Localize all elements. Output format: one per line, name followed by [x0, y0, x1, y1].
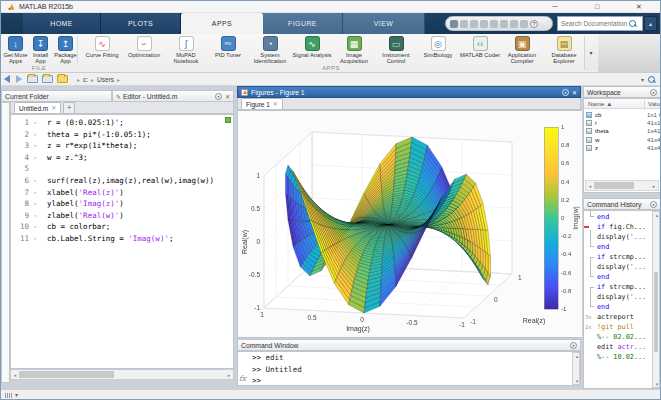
workspace-row-theta[interactable]: theta1x41 d — [584, 127, 660, 135]
editor-line-4[interactable]: 4-w = z.^3; — [11, 152, 233, 164]
breadcrumb-segment[interactable]: c: — [83, 76, 88, 83]
editor-hscroll-thumb[interactable] — [19, 371, 114, 378]
redo-icon[interactable] — [510, 20, 518, 28]
figure-tab[interactable]: Figure 1 ✕ — [241, 98, 283, 109]
app-matlab-coder[interactable]: ‹›MATLAB Coder — [459, 36, 501, 65]
workspace-row-r[interactable]: r41x1 d — [584, 119, 660, 127]
figure-tab-close-icon[interactable]: ✕ — [273, 99, 278, 109]
history-item[interactable]: %-- 10.02... — [584, 352, 652, 362]
app-image-acquisition[interactable]: ▦Image Acquisition — [333, 36, 375, 65]
command-window-header[interactable]: Command Window ▾ — [237, 339, 581, 351]
up-folder-icon[interactable] — [27, 75, 38, 83]
editor-actions-icon[interactable]: ▾ — [215, 93, 222, 100]
app-mupad-notebook[interactable]: ʃMuPAD Notebook — [165, 36, 207, 65]
app-package-app[interactable]: ↥Package App — [53, 36, 78, 65]
app-instrument-control[interactable]: ▭Instrument Control — [375, 36, 417, 65]
breadcrumb[interactable]: ▸c:▸Users▸ — [74, 76, 123, 83]
workspace-header[interactable]: Workspace ▾ — [583, 86, 661, 98]
app-get-more-apps[interactable]: ↓Get More Apps — [3, 36, 28, 65]
history-item[interactable]: display('... — [584, 232, 652, 242]
back-icon[interactable] — [4, 75, 10, 83]
editor-line-7[interactable]: 7-xlabel('Real(z)') — [11, 187, 233, 199]
history-item[interactable]: 2x!git pull — [584, 322, 652, 332]
editor-line-3[interactable]: 3-z = r*exp(1i*theta); — [11, 140, 233, 152]
history-item[interactable]: display('... — [584, 292, 652, 302]
command-history-vscrollbar[interactable]: ▴ ▾ — [652, 211, 660, 388]
minimize-ribbon-button[interactable]: ▴ — [644, 16, 657, 31]
history-item[interactable]: end — [584, 242, 652, 252]
app-curve-fitting[interactable]: ∿Curve Fitting — [81, 36, 123, 65]
app-signal-analysis[interactable]: ∿Signal Analysis — [291, 36, 333, 65]
app-application-compiler[interactable]: ▣Application Compiler — [501, 36, 543, 65]
app-system-identification[interactable]: ◔System Identification — [249, 36, 291, 65]
history-item[interactable]: edit actr... — [584, 342, 652, 352]
history-vscroll-thumb[interactable] — [654, 272, 658, 352]
scroll-down-icon[interactable]: ▾ — [573, 378, 581, 384]
scroll-left-icon[interactable]: ◂ — [586, 183, 594, 189]
app-simbiology[interactable]: ◎SimBiology — [417, 36, 459, 65]
history-item[interactable]: end — [584, 302, 652, 312]
app-database-explorer[interactable]: ▤Database Explorer — [543, 36, 585, 65]
workspace-hscrollbar[interactable]: ◂ ▸ — [585, 180, 659, 191]
workspace-hscroll-thumb[interactable] — [594, 182, 634, 189]
command-history-actions-icon[interactable]: ▾ — [650, 201, 657, 208]
history-item[interactable]: if strcmp... — [584, 282, 652, 292]
code-analyzer-indicator[interactable] — [225, 117, 231, 123]
scroll-right-icon[interactable]: ▸ — [225, 372, 233, 378]
scroll-right-icon[interactable]: ▸ — [650, 183, 658, 189]
search-input[interactable] — [558, 20, 628, 27]
scroll-up-icon[interactable]: ▴ — [653, 212, 661, 218]
ribbon-tab-apps[interactable]: APPS — [181, 13, 263, 34]
editor-line-10[interactable]: 10-cb = colorbar; — [11, 221, 233, 233]
figures-actions-icon[interactable]: ▾ — [562, 89, 569, 96]
folder-search-icon[interactable] — [647, 75, 656, 84]
switch-window-icon[interactable] — [520, 20, 528, 28]
copy-icon[interactable] — [480, 20, 488, 28]
editor-line-9[interactable]: 9-zlabel('Real(w)') — [11, 210, 233, 222]
editor-hscrollbar[interactable]: ◂ ▸ — [10, 369, 234, 380]
paste-icon[interactable] — [490, 20, 498, 28]
editor-line-6[interactable]: 6-surf(real(z),imag(z),real(w),imag(w)) — [11, 175, 233, 187]
command-prompt[interactable]: >> — [240, 375, 570, 386]
maximize-button[interactable]: □ — [576, 1, 618, 13]
command-window[interactable]: >> edit>> Untitled>> fx ▴ ▾ — [237, 351, 581, 386]
cut-icon[interactable] — [470, 20, 478, 28]
workspace-col-name[interactable]: Name ▲ — [588, 100, 612, 107]
gallery-overflow-button[interactable]: ▾ — [584, 36, 597, 70]
workspace-col-value[interactable]: Value — [644, 100, 661, 110]
command-history-panel[interactable]: endif fig.Ch...display('...endif strcmp.… — [583, 210, 661, 389]
history-item[interactable]: 3xactreport — [584, 312, 652, 322]
browse-folder-icon[interactable] — [42, 75, 53, 83]
current-folder-header[interactable]: Current Folder — [1, 90, 112, 102]
tab-close-icon[interactable]: ✕ — [51, 103, 56, 113]
workspace-actions-icon[interactable]: ▾ — [650, 89, 657, 96]
editor-line-1[interactable]: 1-r = (0:0.025:1)'; — [11, 117, 233, 129]
editor-line-11[interactable]: 11-cb.Label.String = 'Imag(w)'; — [11, 233, 233, 245]
current-folder-panel[interactable] — [1, 102, 10, 383]
history-item[interactable]: if strcmp... — [584, 252, 652, 262]
figures-close-icon[interactable]: ✕ — [572, 89, 577, 96]
search-icon[interactable] — [628, 19, 637, 28]
command-window-actions-icon[interactable]: ▾ — [570, 342, 577, 349]
editor-line-5[interactable]: 5 — [11, 163, 233, 175]
status-bars-icon[interactable]: ▾ — [5, 391, 18, 398]
history-item[interactable]: end — [584, 212, 652, 222]
undo-icon[interactable] — [500, 20, 508, 28]
history-item[interactable]: %-- 02.02... — [584, 332, 652, 342]
editor-tab-untitled[interactable]: Untitled.m ✕ — [14, 102, 61, 113]
scroll-left-icon[interactable]: ◂ — [11, 372, 19, 378]
app-install-app[interactable]: ↧Install App — [28, 36, 53, 65]
command-history-header[interactable]: Command History ▾ — [583, 198, 661, 210]
app-optimization[interactable]: ⌣Optimization — [123, 36, 165, 65]
forward-icon[interactable] — [16, 75, 22, 83]
ribbon-tab-figure[interactable]: FIGURE — [263, 13, 343, 34]
breadcrumb-segment[interactable]: Users — [97, 76, 114, 83]
figures-header[interactable]: Figures - Figure 1 ▾ ✕ — [237, 86, 581, 98]
history-item[interactable]: end — [584, 272, 652, 282]
command-window-vscrollbar[interactable]: ▴ ▾ — [572, 352, 580, 385]
workspace-column-headers[interactable]: Name ▲ Value — [584, 99, 660, 109]
editor-close-icon[interactable]: ✕ — [225, 93, 230, 100]
editor-header[interactable]: ✎ Editor - Untitled.m ▾ ✕ — [112, 90, 234, 102]
workspace-row-z[interactable]: z41x41 — [584, 144, 660, 152]
help-icon[interactable]: ? — [530, 20, 538, 28]
